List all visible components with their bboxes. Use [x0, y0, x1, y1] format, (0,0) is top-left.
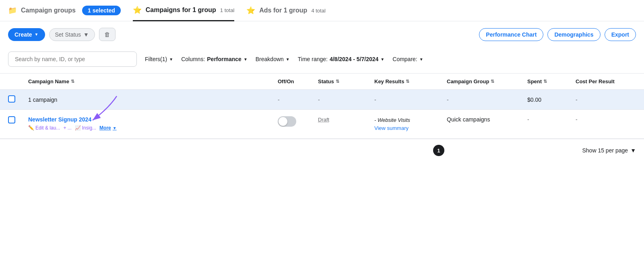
time-range-caret-icon: ▼ — [380, 57, 384, 62]
table-row: Newsletter Signup 2024 ✏️ Edit & lau... … — [0, 110, 644, 139]
view-summary-link[interactable]: View summary — [374, 124, 447, 132]
compare-label: Compare: — [392, 56, 417, 62]
key-results-label: - Website Visits — [374, 117, 410, 123]
summary-name-cell: 1 campaign — [28, 97, 278, 103]
demographics-label: Demographics — [554, 31, 593, 38]
nav-ads[interactable]: ⭐ Ads for 1 group 4 total — [246, 6, 326, 21]
campaign-toggle[interactable] — [278, 116, 296, 127]
breakdown-dropdown[interactable]: Breakdown ▼ — [256, 56, 290, 62]
create-button-label: Create — [14, 31, 32, 38]
campaigns-label: Campaigns for 1 group — [146, 6, 216, 14]
performance-chart-label: Performance Chart — [486, 31, 537, 38]
row-spent-cell: - — [527, 116, 576, 123]
campaign-actions: ✏️ Edit & lau... + ... 📈 Insig... More ▼ — [28, 125, 278, 131]
header-campaign-group[interactable]: Campaign Group ⇅ — [447, 78, 527, 84]
more-action[interactable]: More ▼ — [99, 125, 117, 131]
insights-label: Insig... — [82, 125, 96, 131]
more-label: More — [99, 125, 111, 131]
export-button[interactable]: Export — [605, 28, 636, 41]
summary-campaign-count: 1 campaign — [28, 97, 57, 103]
row-name-cell: Newsletter Signup 2024 ✏️ Edit & lau... … — [28, 116, 278, 131]
spent-sort-icon[interactable]: ⇅ — [543, 79, 547, 84]
per-page-label: Show 15 per page — [582, 147, 628, 154]
edit-icon: ✏️ — [28, 125, 34, 131]
search-input[interactable] — [8, 51, 137, 67]
row-status-cell[interactable]: Draft — [318, 116, 374, 123]
summary-key-results-value: - — [374, 97, 376, 103]
row-toggle-cell[interactable] — [278, 116, 318, 127]
per-page-caret-icon: ▼ — [630, 147, 636, 154]
summary-checkbox-cell[interactable] — [8, 95, 28, 104]
edit-launch-label: Edit & lau... — [35, 125, 60, 131]
nav-campaign-groups[interactable]: 📁 Campaign groups 1 selected — [8, 6, 121, 21]
set-status-button[interactable]: Set Status ▼ — [49, 28, 95, 41]
summary-status-cell: - — [318, 97, 374, 103]
demographics-button[interactable]: Demographics — [547, 28, 600, 41]
header-campaign-name[interactable]: Campaign Name ⇅ — [28, 78, 278, 84]
summary-cost-per-result-cell: - — [576, 97, 636, 103]
pagination-bar: 1 Show 15 per page ▼ — [0, 139, 644, 162]
table-summary-row: 1 campaign - - - - $0.00 - — [0, 90, 644, 110]
status-sort-icon[interactable]: ⇅ — [336, 79, 339, 84]
add-action[interactable]: + ... — [63, 125, 71, 131]
campaign-group-header-label: Campaign Group — [447, 78, 489, 84]
star-icon-campaigns: ⭐ — [133, 6, 142, 14]
summary-toggle-value: - — [278, 97, 280, 103]
spent-value: - — [527, 116, 529, 123]
toolbar-right: Performance Chart Demographics Export — [479, 28, 636, 41]
compare-caret-icon: ▼ — [419, 57, 423, 62]
key-results-sort-icon[interactable]: ⇅ — [406, 79, 409, 84]
star-icon-ads: ⭐ — [246, 6, 255, 15]
toolbar: Create ▼ Set Status ▼ 🗑 Performance Char… — [0, 21, 644, 47]
summary-spent-cell: $0.00 — [527, 97, 576, 103]
row-cost-per-result-cell: - — [576, 116, 636, 123]
campaign-name-sort-icon[interactable]: ⇅ — [71, 79, 74, 84]
campaigns-count: 1 total — [220, 7, 234, 13]
summary-key-results-cell: - — [374, 97, 447, 103]
header-off-on: Off/On — [278, 78, 318, 84]
campaign-group-value: Quick campaigns — [447, 116, 490, 123]
breakdown-caret-icon: ▼ — [286, 57, 290, 62]
time-range-dropdown[interactable]: Time range: 4/8/2024 - 5/7/2024 ▼ — [298, 56, 385, 62]
edit-launch-action[interactable]: ✏️ Edit & lau... — [28, 125, 60, 131]
time-range-value: 4/8/2024 - 5/7/2024 — [330, 56, 378, 62]
insights-action[interactable]: 📈 Insig... — [75, 125, 96, 131]
toggle-knob — [279, 117, 287, 126]
status-badge[interactable]: Draft — [318, 117, 329, 123]
summary-checkbox[interactable] — [8, 95, 15, 103]
pagination-center: 1 — [295, 145, 582, 156]
cost-per-result-header-label: Cost Per Result — [576, 78, 615, 84]
toolbar-left: Create ▼ Set Status ▼ 🗑 — [8, 28, 116, 41]
filters-dropdown[interactable]: Filters(1) ▼ — [145, 56, 173, 62]
row-checkbox-cell[interactable] — [8, 116, 28, 125]
nav-campaigns[interactable]: ⭐ Campaigns for 1 group 1 total — [133, 6, 235, 21]
filters-label: Filters(1) — [145, 56, 167, 62]
campaigns-table: Campaign Name ⇅ Off/On Status ⇅ Key Resu… — [0, 74, 644, 139]
per-page-selector[interactable]: Show 15 per page ▼ — [582, 147, 636, 154]
header-checkbox-col — [8, 78, 28, 84]
header-status[interactable]: Status ⇅ — [318, 78, 374, 84]
add-label: + ... — [63, 125, 71, 131]
set-status-label: Set Status — [55, 31, 81, 38]
filters-bar: Filters(1) ▼ Columns: Performance ▼ Brea… — [0, 47, 644, 74]
header-key-results[interactable]: Key Results ⇅ — [374, 78, 447, 84]
row-checkbox[interactable] — [8, 116, 15, 123]
create-caret-icon: ▼ — [35, 32, 39, 37]
performance-chart-button[interactable]: Performance Chart — [479, 28, 543, 41]
campaign-name-link[interactable]: Newsletter Signup 2024 — [28, 116, 91, 123]
page-number-badge[interactable]: 1 — [433, 145, 444, 156]
time-range-label: Time range: — [298, 56, 328, 62]
columns-caret-icon: ▼ — [244, 57, 248, 62]
create-button[interactable]: Create ▼ — [8, 28, 45, 41]
folder-icon: 📁 — [8, 6, 17, 15]
set-status-caret-icon: ▼ — [83, 31, 89, 38]
table-header: Campaign Name ⇅ Off/On Status ⇅ Key Resu… — [0, 74, 644, 90]
campaign-group-sort-icon[interactable]: ⇅ — [491, 79, 494, 84]
header-spent[interactable]: Spent ⇅ — [527, 78, 576, 84]
delete-button[interactable]: 🗑 — [99, 28, 116, 41]
filters-caret-icon: ▼ — [169, 57, 173, 62]
more-caret-icon: ▼ — [113, 126, 117, 130]
summary-cost-per-result-value: - — [576, 97, 578, 103]
compare-dropdown[interactable]: Compare: ▼ — [392, 56, 423, 62]
columns-dropdown[interactable]: Columns: Performance ▼ — [181, 56, 248, 62]
